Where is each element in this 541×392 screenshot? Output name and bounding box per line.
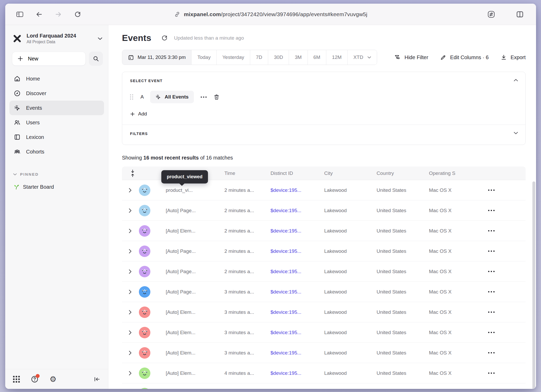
table-row[interactable]: [Auto] Page... 2 minutes a... $device:19… [122,200,526,221]
event-name-cell[interactable]: [Auto] Page... [166,208,224,213]
browser-sidebar-toggle-icon[interactable] [14,9,26,20]
event-name-cell[interactable]: product_vi... [166,187,224,193]
range-yesterday[interactable]: Yesterday [216,50,250,65]
distinct-id-link[interactable]: $device:195... [270,228,324,234]
row-menu-button[interactable] [488,350,526,356]
hide-filter-button[interactable]: Hide Filter [394,54,428,61]
row-menu-button[interactable] [488,269,526,274]
collapse-sidebar-icon[interactable] [94,376,100,382]
event-name-cell[interactable]: [Auto] Page... [166,269,224,274]
row-menu-button[interactable] [488,248,526,254]
export-button[interactable]: Export [501,54,526,61]
distinct-id-link[interactable]: $device:195... [270,350,324,356]
column-header-distinct-id[interactable]: Distinct ID [270,170,324,176]
event-name-cell[interactable]: [Auto] Elem... [166,370,224,376]
table-row[interactable]: [Auto] Elem... 4 minutes a... $device:19… [122,383,526,389]
table-row[interactable]: [Auto] Elem... 2 minutes a... $device:19… [122,221,526,241]
expand-row-icon[interactable] [129,229,132,233]
expand-row-icon[interactable] [129,188,132,193]
row-menu-button[interactable] [488,289,526,295]
distinct-id-link[interactable]: $device:195... [270,309,324,315]
distinct-id-link[interactable]: $device:195... [270,330,324,335]
url-bar[interactable]: mixpanel.com/project/3472420/view/397469… [174,11,367,17]
help-icon[interactable] [31,375,39,383]
column-header-time[interactable]: Time [224,170,270,176]
row-menu-button[interactable] [488,208,526,213]
collapse-section-icon[interactable] [514,79,518,82]
sidebar-item-starter-board[interactable]: Starter Board [5,184,108,190]
range-12m[interactable]: 12M [326,50,347,65]
range-7d[interactable]: 7D [250,50,268,65]
distinct-id-link[interactable]: $device:195... [270,289,324,295]
row-menu-button[interactable] [488,330,526,335]
table-row[interactable]: [Auto] Page... 2 minutes a... $device:19… [122,241,526,261]
pinned-section-header[interactable]: PINNED [13,172,108,176]
table-row[interactable]: [Auto] Page... 3 minutes a... $device:19… [122,282,526,302]
split-view-icon[interactable] [514,9,526,20]
table-row[interactable]: [Auto] Page... 2 minutes a... $device:19… [122,261,526,282]
table-row[interactable]: [Auto] Elem... 3 minutes a... $device:19… [122,322,526,343]
filters-section[interactable]: FILTERS [122,125,525,145]
range-3m[interactable]: 3M [289,50,307,65]
sidebar-item-lexicon[interactable]: Lexicon [9,130,104,144]
column-header-os[interactable]: Operating S [429,170,488,176]
event-name-cell[interactable]: [Auto] Elem... [166,228,224,234]
distinct-id-link[interactable]: $device:195... [270,248,324,254]
reload-icon[interactable] [72,9,83,20]
range-today[interactable]: Today [191,50,216,65]
expand-row-icon[interactable] [129,330,132,335]
browser-settings-icon[interactable] [485,9,497,20]
expand-row-icon[interactable] [129,249,132,254]
expand-row-icon[interactable] [129,269,132,274]
settings-gear-icon[interactable]: ⚙ [50,375,57,383]
table-row[interactable]: [Auto] Elem... 3 minutes a... $device:19… [122,343,526,363]
forward-icon[interactable] [53,9,64,20]
date-picker-button[interactable]: Mar 11, 2025 3:30 pm [122,50,191,65]
delete-clause-icon[interactable] [213,94,220,100]
sidebar-item-events[interactable]: Events [9,101,104,115]
distinct-id-link[interactable]: $device:195... [270,208,324,213]
table-row[interactable]: [Auto] Elem... 3 minutes a... $device:19… [122,302,526,322]
range-6m[interactable]: 6M [308,50,326,65]
clause-more-options-icon[interactable] [201,96,207,98]
table-row[interactable]: [Auto] Elem... 4 minutes a... $device:19… [122,363,526,383]
event-selector-button[interactable]: All Events [150,91,194,103]
scrollbar-thumb[interactable] [532,181,535,389]
expand-row-icon[interactable] [129,371,132,376]
sidebar-item-discover[interactable]: Discover [9,86,104,101]
sidebar-item-home[interactable]: Home [9,71,104,86]
expand-row-icon[interactable] [129,208,132,213]
sidebar-item-cohorts[interactable]: Cohorts [9,144,104,159]
expand-row-icon[interactable] [129,290,132,294]
row-menu-button[interactable] [488,370,526,376]
expand-row-icon[interactable] [129,310,132,315]
distinct-id-link[interactable]: $device:195... [270,187,324,193]
add-event-button[interactable]: Add [130,111,147,117]
back-icon[interactable] [33,9,45,20]
search-button[interactable] [89,52,103,66]
column-header-country[interactable]: Country [377,170,429,176]
event-name-cell[interactable]: [Auto] Elem... [166,309,224,315]
edit-columns-button[interactable]: Edit Columns · 6 [440,54,489,61]
range-xtd[interactable]: XTD [347,50,377,65]
apps-grid-icon[interactable] [13,376,20,383]
expand-section-icon[interactable] [514,132,518,134]
distinct-id-link[interactable]: $device:195... [270,269,324,274]
row-menu-button[interactable] [488,309,526,315]
project-switcher[interactable]: Lord Farquaad 2024 All Project Data [12,33,102,44]
collapse-rows-icon[interactable] [130,169,136,177]
range-30d[interactable]: 30D [268,50,289,65]
row-menu-button[interactable] [488,228,526,234]
refresh-icon[interactable] [161,35,168,41]
drag-handle-icon[interactable] [130,94,133,100]
event-name-cell[interactable]: [Auto] Page... [166,289,224,295]
event-name-cell[interactable]: [Auto] Page... [166,248,224,254]
event-name-cell[interactable]: [Auto] Elem... [166,350,224,356]
row-menu-button[interactable] [488,187,526,193]
column-header-city[interactable]: City [324,170,377,176]
event-name-cell[interactable]: [Auto] Elem... [166,330,224,335]
new-button[interactable]: New [12,52,86,66]
distinct-id-link[interactable]: $device:195... [270,370,324,376]
expand-row-icon[interactable] [129,351,132,355]
sidebar-item-users[interactable]: Users [9,115,104,130]
